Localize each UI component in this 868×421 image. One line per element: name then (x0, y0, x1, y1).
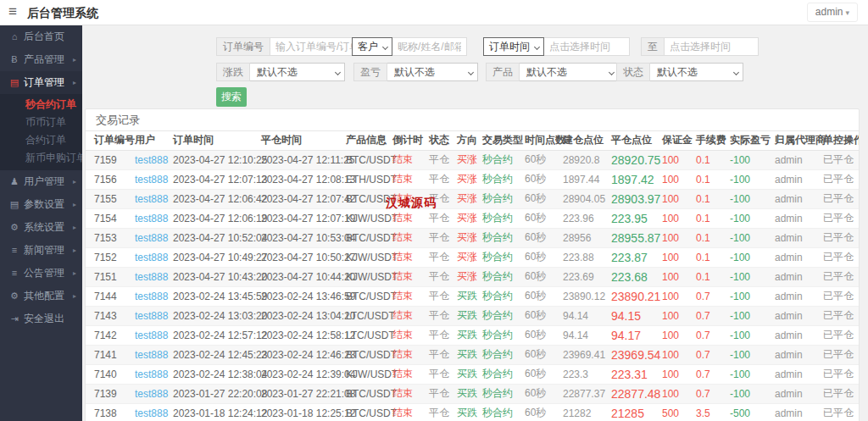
order-file-icon: ▤ (8, 71, 20, 94)
cell-countdown: 结束 (392, 150, 429, 169)
cell-fee: 0.1 (696, 267, 730, 286)
sidebar-item-system[interactable]: ⚙系统设置▸ (0, 216, 82, 239)
cell-profit: -100 (730, 189, 775, 208)
chevron-right-icon: ▸ (73, 285, 76, 307)
cell-close_price: 1897.42 (611, 169, 662, 189)
cell-period: 60秒 (525, 286, 563, 306)
sidebar-subitem-contract-orders[interactable]: 合约订单 (0, 131, 82, 149)
cell-fee: 0.7 (696, 325, 730, 345)
time-from-input[interactable] (544, 37, 630, 56)
cell-user[interactable]: test888 (135, 208, 173, 228)
cell-status: 平仓 (429, 286, 457, 306)
chevron-down-icon (733, 69, 739, 75)
updown-select[interactable]: 默认不选 (250, 63, 345, 81)
product-filter-group: 产品 默认不选 (486, 63, 619, 81)
cell-close_time: 2023-04-27 12:11:25 (261, 150, 346, 169)
cell-open_time: 2023-02-24 12:57:12 (173, 325, 261, 345)
table-row: 7141test8882023-02-24 12:45:232023-02-24… (86, 345, 860, 364)
sidebar-item-news[interactable]: ≡新闻管理▸ (0, 239, 82, 262)
column-header-open_price: 建仓点位 (563, 131, 611, 150)
cell-open_time: 2023-04-27 12:07:13 (173, 169, 261, 189)
menu-icon[interactable]: ≡ (8, 3, 17, 20)
cell-margin: 100 (662, 306, 696, 325)
time-type-select[interactable]: 订单时间 (483, 37, 544, 56)
cell-close_price: 22877.48 (611, 384, 662, 403)
cell-close_price: 28955.87 (611, 228, 662, 247)
cell-user[interactable]: test888 (135, 325, 173, 345)
sidebar-submenu-orders: 秒合约订单币币订单合约订单新币申购订单 (0, 94, 82, 170)
cell-close_price: 94.15 (611, 306, 662, 325)
cell-period: 60秒 (525, 208, 563, 228)
cell-user[interactable]: test888 (135, 150, 173, 169)
cell-status: 平仓 (429, 150, 457, 169)
sidebar-item-params[interactable]: ▤参数设置▸ (0, 193, 82, 216)
sidebar-item-home[interactable]: ⌂后台首页 (0, 25, 82, 48)
column-header-product: 产品信息 (346, 131, 392, 150)
product-select[interactable]: 默认不选 (520, 63, 619, 81)
time-filter-group: 订单时间 至 (483, 37, 759, 56)
cell-close_time: 2023-04-27 12:07:42 (261, 189, 346, 208)
chevron-right-icon: ▸ (73, 239, 76, 262)
cell-user[interactable]: test888 (135, 286, 173, 306)
cell-user[interactable]: test888 (135, 267, 173, 286)
table-row: 7159test8882023-04-27 12:10:252023-04-27… (86, 150, 860, 169)
customer-input[interactable] (392, 37, 467, 56)
sidebar-item-label: 参数设置 (24, 198, 64, 210)
cell-product: KJW/USDT (346, 208, 392, 228)
cell-user[interactable]: test888 (135, 169, 173, 189)
sidebar-subitem-coin-coin-orders[interactable]: 币币订单 (0, 114, 82, 131)
sidebar-item-products[interactable]: Ƀ产品管理▸ (0, 48, 82, 71)
user-icon: ♟ (8, 170, 20, 193)
order-no-label: 订单编号 (216, 37, 270, 56)
cell-direction: 买跌 (457, 403, 482, 421)
cell-action: 已平仓 (823, 247, 860, 267)
cell-user[interactable]: test888 (135, 403, 173, 421)
search-button[interactable]: 搜索 (216, 87, 247, 107)
customer-type-select[interactable]: 客户 (352, 37, 392, 56)
cell-direction: 买跌 (457, 306, 482, 325)
cell-open_price: 223.69 (563, 267, 611, 286)
cell-countdown: 结束 (392, 247, 429, 267)
cell-close_time: 2023-01-18 12:25:12 (261, 403, 346, 421)
product-label: 产品 (486, 63, 520, 81)
cell-user[interactable]: test888 (135, 189, 173, 208)
sidebar-item-orders[interactable]: ▤订单管理▸ (0, 71, 82, 94)
sidebar-item-other[interactable]: ⚙其他配置▸ (0, 285, 82, 307)
cell-user[interactable]: test888 (135, 345, 173, 364)
cell-user[interactable]: test888 (135, 384, 173, 403)
list-icon: ≡ (8, 239, 20, 262)
trade-records-panel: 交易记录 订单编号用户订单时间平仓时间产品信息倒计时状态方向交易类型时间点数建仓… (85, 108, 860, 421)
column-header-open_time: 订单时间 (173, 131, 261, 150)
cell-margin: 100 (662, 325, 696, 345)
cell-status: 平仓 (429, 403, 457, 421)
admin-user-menu[interactable]: admin▾ (807, 3, 858, 22)
cell-profit: -100 (730, 325, 775, 345)
column-header-agent: 归属代理商 (775, 131, 823, 150)
cell-profit: -100 (730, 208, 775, 228)
chevron-right-icon: ▸ (73, 262, 76, 285)
sidebar-subitem-second-contract-orders[interactable]: 秒合约订单 (0, 96, 82, 114)
time-to-input[interactable] (665, 37, 759, 56)
cell-profit: -100 (730, 228, 775, 247)
cell-action: 已平仓 (823, 286, 860, 306)
profit-select[interactable]: 默认不选 (387, 63, 478, 81)
cell-close_time: 2023-02-24 12:46:23 (261, 345, 346, 364)
table-row: 7138test8882023-01-18 12:24:122023-01-18… (86, 403, 860, 421)
cell-fee: 0.7 (696, 306, 730, 325)
chevron-right-icon: ▸ (73, 193, 76, 216)
cell-user[interactable]: test888 (135, 306, 173, 325)
cell-countdown: 结束 (392, 267, 429, 286)
cell-user[interactable]: test888 (135, 364, 173, 384)
sidebar-item-users[interactable]: ♟用户管理▸ (0, 170, 82, 193)
status-select[interactable]: 默认不选 (650, 63, 743, 81)
sidebar-item-notice[interactable]: ≡公告管理▸ (0, 262, 82, 285)
sidebar-subitem-new-coin-orders[interactable]: 新币申购订单 (0, 149, 82, 167)
cell-period: 60秒 (525, 345, 563, 364)
cell-product: BTC/USDT (346, 345, 392, 364)
sidebar-item-logout[interactable]: ⇥安全退出 (0, 307, 82, 330)
cell-open_time: 2023-02-24 13:03:20 (173, 306, 261, 325)
cell-product: BTC/USDT (346, 403, 392, 421)
cell-user[interactable]: test888 (135, 228, 173, 247)
cell-agent: admin (775, 189, 823, 208)
cell-user[interactable]: test888 (135, 247, 173, 267)
